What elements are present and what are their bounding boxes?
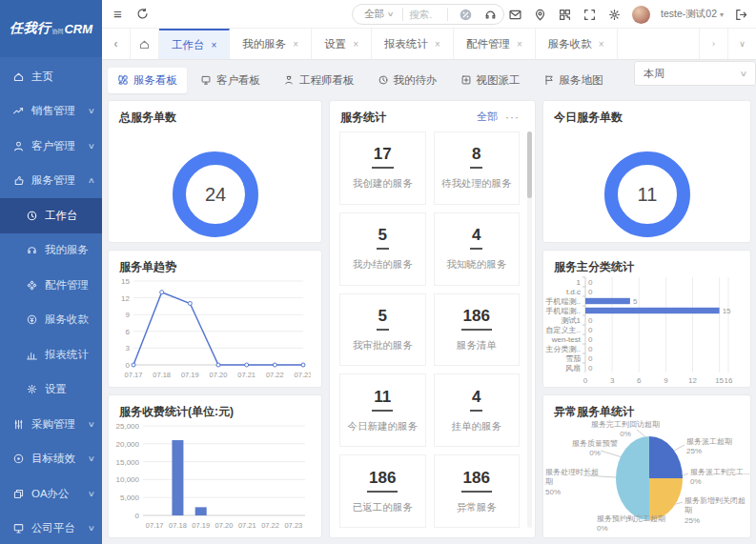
- sidebar-item-label: 目标绩效: [31, 452, 75, 466]
- chevron-down-icon: ∨: [88, 454, 95, 463]
- monitor-icon: [200, 74, 212, 86]
- sidebar-item-kpi[interactable]: 目标绩效∨: [0, 442, 102, 477]
- stat-tile-list[interactable]: 186服务清单: [434, 293, 521, 367]
- svg-text:0: 0: [588, 316, 593, 325]
- qr-grid-icon[interactable]: [558, 8, 572, 22]
- sidebar-item-label: 客户管理: [31, 139, 75, 153]
- menu-collapse-icon[interactable]: ≡: [113, 6, 122, 22]
- sidebar-item-reports[interactable]: 报表统计: [0, 337, 102, 373]
- stat-tile-handled[interactable]: 5我办结的服务: [339, 212, 426, 286]
- stat-tile-informed[interactable]: 4我知晓的服务: [434, 212, 521, 286]
- stat-tile-pending[interactable]: 8待我处理的服务: [434, 131, 521, 205]
- user-avatar[interactable]: [632, 6, 650, 24]
- sidebar-item-oa[interactable]: OA办公∨: [0, 476, 102, 512]
- percent-badge-icon[interactable]: [459, 8, 473, 22]
- sidebar-item-company[interactable]: 公司平台∨: [0, 512, 102, 544]
- tab-label: 配件管理: [466, 37, 510, 51]
- subnav-my-todo[interactable]: 我的待办: [368, 68, 447, 93]
- sidebar-item-settings[interactable]: 设置: [0, 373, 102, 408]
- close-icon[interactable]: ×: [212, 40, 217, 50]
- settings-gear-icon[interactable]: [607, 8, 622, 22]
- subnav-label: 视图派工: [477, 73, 521, 88]
- board-icon: [117, 74, 129, 86]
- sidebar-item-label: 主页: [31, 70, 53, 84]
- tab-collection[interactable]: 服务收款×: [536, 29, 618, 59]
- stat-tile-abnormal[interactable]: 186异常服务: [434, 454, 521, 528]
- tab-strip: ‹ 工作台×我的服务×设置×报表统计×配件管理×服务收款× › ∨: [102, 29, 756, 60]
- topbar: ≡ 全部 ∨ teste-测试02 ▾: [102, 0, 756, 29]
- stat-tile-approval[interactable]: 5我审批的服务: [339, 293, 426, 367]
- sidebar-item-my-service[interactable]: 我的服务: [0, 233, 102, 269]
- sidebar-item-service[interactable]: 服务管理∧: [0, 164, 102, 199]
- user-menu[interactable]: teste-测试02 ▾: [661, 8, 724, 21]
- subnav-engineer-board[interactable]: 工程师看板: [274, 68, 364, 93]
- fullscreen-icon[interactable]: [582, 8, 597, 22]
- location-pin-icon[interactable]: [533, 8, 547, 22]
- sidebar-item-sales[interactable]: 销售管理∨: [0, 94, 102, 130]
- search-scope-select[interactable]: 全部 ∨: [353, 8, 397, 21]
- sidebar-item-collection[interactable]: 服务收款: [0, 303, 102, 338]
- more-options-icon[interactable]: ···: [505, 111, 520, 124]
- svg-text:3: 3: [126, 344, 131, 353]
- subnav-dispatch[interactable]: 视图派工: [451, 68, 530, 93]
- stat-tile-suspended[interactable]: 4挂单的服务: [434, 373, 521, 447]
- pie-label: 服务质量预警0%: [557, 439, 633, 459]
- svg-text:24: 24: [204, 184, 225, 205]
- stats-scrollbar-thumb[interactable]: [527, 131, 532, 198]
- tab-my-service[interactable]: 我的服务×: [230, 29, 312, 59]
- refresh-icon[interactable]: [135, 7, 150, 21]
- topbar-actions: teste-测试02 ▾: [447, 0, 748, 29]
- sidebar-item-home[interactable]: 主页: [0, 59, 102, 94]
- sidebar-item-label: 我的服务: [45, 243, 89, 257]
- subnav-service-board[interactable]: 服务看板: [108, 68, 187, 93]
- divider: [447, 8, 448, 21]
- home-tab-button[interactable]: [131, 29, 159, 59]
- pie-label: 服务完工到回访超期0%: [572, 420, 679, 440]
- tab-parts[interactable]: 配件管理×: [454, 29, 536, 59]
- tab-label: 工作台: [172, 38, 205, 52]
- stats-filter-button[interactable]: 全部: [477, 110, 498, 124]
- stat-tile-rework[interactable]: 186已返工的服务: [339, 454, 426, 528]
- service-fee-card: 服务收费统计(单位:元) 05,00010,00015,00020,00025,…: [108, 394, 322, 538]
- close-icon[interactable]: ×: [435, 39, 440, 50]
- svg-text:20,000: 20,000: [116, 440, 140, 449]
- tab-settings[interactable]: 设置×: [312, 29, 372, 59]
- sidebar-item-purchase[interactable]: 采购管理∨: [0, 407, 102, 442]
- stat-label: 已返工的服务: [353, 501, 413, 514]
- service-category-chart: 036912151610t.d.c0手机端测..5手机端测..15测试10自定义…: [543, 273, 750, 387]
- svg-text:0: 0: [135, 512, 140, 520]
- sidebar-item-label: 公司平台: [31, 521, 75, 535]
- support-headset-icon[interactable]: [483, 8, 498, 22]
- close-icon[interactable]: ×: [293, 39, 298, 50]
- period-select[interactable]: 本周 ∨: [634, 61, 756, 86]
- svg-text:15,000: 15,000: [116, 458, 140, 467]
- sidebar-item-label: 销售管理: [31, 104, 75, 118]
- stat-tile-created[interactable]: 17我创建的服务: [339, 131, 426, 205]
- close-icon[interactable]: ×: [353, 39, 358, 50]
- flag-icon: [543, 74, 555, 86]
- tab-reports[interactable]: 报表统计×: [372, 29, 454, 59]
- subnav-service-map[interactable]: 服务地图: [534, 68, 613, 93]
- sidebar-item-workbench[interactable]: 工作台: [0, 198, 102, 233]
- close-icon[interactable]: ×: [517, 39, 522, 50]
- stat-tile-today-new[interactable]: 11今日新建的服务: [339, 373, 426, 447]
- stat-value: 11: [372, 388, 393, 412]
- sidebar-item-label: 采购管理: [31, 417, 75, 432]
- svg-text:0: 0: [588, 354, 593, 363]
- sidebar-item-parts[interactable]: 配件管理: [0, 268, 102, 303]
- sidebar-item-customer[interactable]: 客户管理∨: [0, 129, 102, 164]
- tabs-menu-button[interactable]: ∨: [727, 29, 756, 59]
- tabs-forward-button[interactable]: ›: [699, 29, 727, 59]
- chevron-down-icon: ∨: [387, 10, 395, 18]
- svg-text:wen-test: wen-test: [551, 335, 582, 344]
- sidebar-item-label: 配件管理: [45, 278, 89, 292]
- username-label: teste-测试02: [661, 8, 717, 19]
- logout-icon[interactable]: [734, 8, 748, 22]
- svg-text:0: 0: [588, 335, 593, 344]
- tab-workbench[interactable]: 工作台×: [159, 29, 230, 59]
- mail-icon[interactable]: [508, 8, 522, 22]
- tabs-back-button[interactable]: ‹: [102, 29, 131, 59]
- close-icon[interactable]: ×: [599, 39, 604, 50]
- svg-text:风扇: 风扇: [565, 364, 581, 373]
- subnav-customer-board[interactable]: 客户看板: [191, 68, 270, 93]
